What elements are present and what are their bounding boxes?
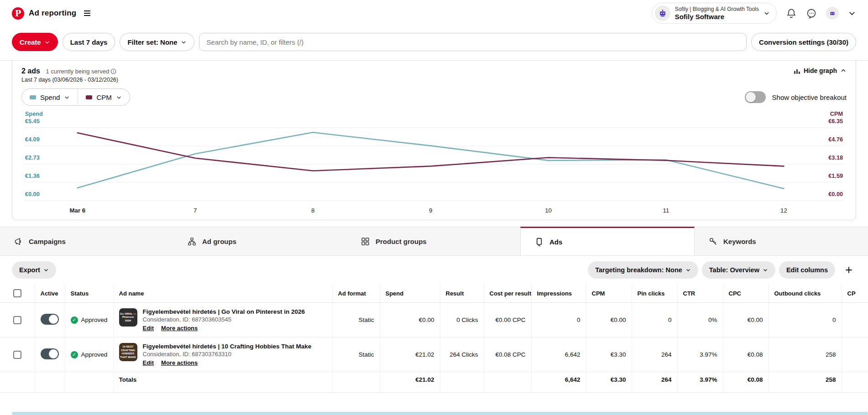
active-toggle[interactable]: [41, 314, 59, 325]
svg-text:€4.09: €4.09: [25, 136, 40, 143]
ad-thumbnail: Go VIRAL — Pinterest 2026: [119, 308, 137, 327]
info-icon[interactable]: [110, 68, 116, 74]
plus-icon: [844, 265, 853, 275]
graph-date-range: Last 7 days (03/06/2026 - 03/12/2026): [21, 77, 118, 83]
spend-swatch: [30, 95, 36, 99]
cell-format: Static: [332, 303, 380, 337]
totals-impressions: 6,642: [531, 372, 586, 393]
horizontal-scrollbar[interactable]: [12, 412, 868, 415]
metric-cpm-dropdown[interactable]: CPM: [78, 89, 129, 105]
chevron-up-icon: [840, 67, 847, 74]
cell-pin_clicks: 264: [632, 337, 677, 372]
notifications-bell-icon[interactable]: [786, 8, 797, 19]
search-input[interactable]: [199, 33, 747, 51]
svg-text:€5.45: €5.45: [25, 118, 40, 124]
ad-name[interactable]: Figyelembevétel hirdetés | Go Viral on P…: [143, 308, 305, 315]
select-all-checkbox[interactable]: [13, 289, 21, 297]
date-range-button[interactable]: Last 7 days: [63, 33, 115, 51]
column-header-cp[interactable]: CP: [842, 284, 868, 303]
report-summary: 2 ads 1 currently being served Last 7 da…: [21, 67, 118, 83]
column-header-impressions[interactable]: Impressions: [531, 284, 586, 303]
column-header-spend[interactable]: Spend: [380, 284, 440, 303]
svg-text:8: 8: [311, 207, 314, 214]
column-header-cpm[interactable]: CPM: [586, 284, 632, 303]
totals-cpc: €0.08: [723, 372, 769, 393]
conversion-settings-button[interactable]: Conversion settings (30/30): [751, 33, 856, 51]
user-avatar[interactable]: [826, 7, 839, 20]
account-avatar: [655, 5, 670, 21]
svg-text:€0.00: €0.00: [828, 191, 843, 197]
ads-table: ActiveStatusAd nameAd formatSpendResultC…: [0, 284, 868, 393]
row-checkbox[interactable]: [13, 351, 21, 359]
filter-set-button[interactable]: Filter set: None: [120, 33, 194, 51]
tab-ad-groups[interactable]: Ad groups: [173, 227, 347, 255]
filter-set-label: Filter set: None: [127, 38, 177, 46]
approved-check-icon: ✓: [71, 316, 78, 324]
objective-breakout-toggle[interactable]: [745, 91, 766, 103]
column-header-pin-clicks[interactable]: Pin clicks: [632, 284, 677, 303]
add-view-button[interactable]: [842, 264, 856, 276]
table-view-button[interactable]: Table: Overview: [702, 261, 775, 279]
totals-ctr: 3.97%: [677, 372, 723, 393]
cell-cpm: €3.30: [586, 337, 632, 372]
svg-text:€4.76: €4.76: [828, 136, 843, 143]
more-actions-link[interactable]: More actions: [161, 359, 198, 366]
date-range-label: Last 7 days: [70, 38, 108, 46]
totals-spend: €21.02: [380, 372, 440, 393]
messages-icon[interactable]: [806, 8, 817, 19]
hamburger-menu-icon[interactable]: [84, 10, 91, 16]
cell-cpc: €0.08: [723, 337, 769, 372]
hide-graph-button[interactable]: Hide graph: [794, 67, 847, 74]
chevron-down-icon: [181, 39, 187, 45]
ads-count: 2 ads: [21, 67, 40, 75]
key-icon: [708, 237, 718, 246]
approved-check-icon: ✓: [71, 351, 78, 358]
column-header-status[interactable]: Status: [65, 284, 113, 303]
targeting-breakdown-button[interactable]: Targeting breakdown: None: [588, 261, 698, 279]
tab-product-groups[interactable]: Product groups: [347, 227, 520, 255]
tab-campaigns[interactable]: Campaigns: [0, 227, 173, 255]
tab-ads[interactable]: Ads: [520, 227, 695, 255]
cell-spend: €21.02: [380, 337, 440, 372]
edit-columns-button[interactable]: Edit columns: [779, 261, 835, 279]
edit-link[interactable]: Edit: [143, 325, 154, 332]
svg-text:CPM: CPM: [830, 110, 843, 117]
create-button-label: Create: [20, 38, 41, 46]
svg-text:€1.59: €1.59: [828, 172, 843, 179]
totals-row: Totals€21.026,642€3.302643.97%€0.08258: [0, 372, 868, 393]
account-profile-name: Sofily Software: [675, 13, 759, 21]
edit-link[interactable]: Edit: [143, 359, 154, 366]
tab-keywords[interactable]: Keywords: [695, 227, 868, 255]
row-checkbox[interactable]: [13, 316, 21, 324]
page-title: Ad reporting: [29, 9, 76, 18]
create-button[interactable]: Create: [12, 33, 58, 51]
totals-result: [440, 372, 484, 393]
column-header-outbound-clicks[interactable]: Outbound clicks: [769, 284, 842, 303]
column-header-cpc[interactable]: CPC: [723, 284, 769, 303]
account-switcher[interactable]: Sofily | Blogging & AI Growth Tools Sofi…: [652, 3, 777, 24]
ad-thumbnail: 10 BEST CRAFTING HOBBIES THAT MAKE: [119, 343, 137, 361]
more-actions-link[interactable]: More actions: [161, 325, 198, 332]
active-toggle[interactable]: [41, 348, 59, 359]
chevron-down-icon: [116, 94, 122, 100]
column-header-cost-per-result[interactable]: Cost per result: [484, 284, 531, 303]
totals-pin_clicks: 264: [632, 372, 677, 393]
targeting-breakdown-label: Targeting breakdown: None: [595, 266, 682, 274]
svg-text:11: 11: [663, 207, 669, 214]
megaphone-icon: [14, 237, 23, 246]
column-header-ad-format[interactable]: Ad format: [332, 284, 380, 303]
pinterest-logo-icon[interactable]: P: [12, 7, 24, 20]
column-header-ctr[interactable]: CTR: [677, 284, 723, 303]
totals-cpoc: [842, 372, 868, 393]
account-menu-chevron-icon[interactable]: [848, 9, 856, 17]
column-header-result[interactable]: Result: [440, 284, 484, 303]
export-button[interactable]: Export: [12, 261, 56, 279]
column-header-active[interactable]: Active: [35, 284, 65, 303]
column-header-ad-name[interactable]: Ad name: [113, 284, 332, 303]
ad-name[interactable]: Figyelembevétel hirdetés | 10 Crafting H…: [143, 343, 312, 350]
ad-meta: Consideration, ID: 687303763310: [143, 351, 312, 358]
svg-text:€6.35: €6.35: [828, 118, 843, 124]
metric-spend-dropdown[interactable]: Spend: [22, 89, 78, 105]
top-bar: P Ad reporting Sofily | Blogging & AI Gr…: [0, 0, 868, 26]
account-business-name: Sofily | Blogging & AI Growth Tools: [675, 6, 759, 12]
